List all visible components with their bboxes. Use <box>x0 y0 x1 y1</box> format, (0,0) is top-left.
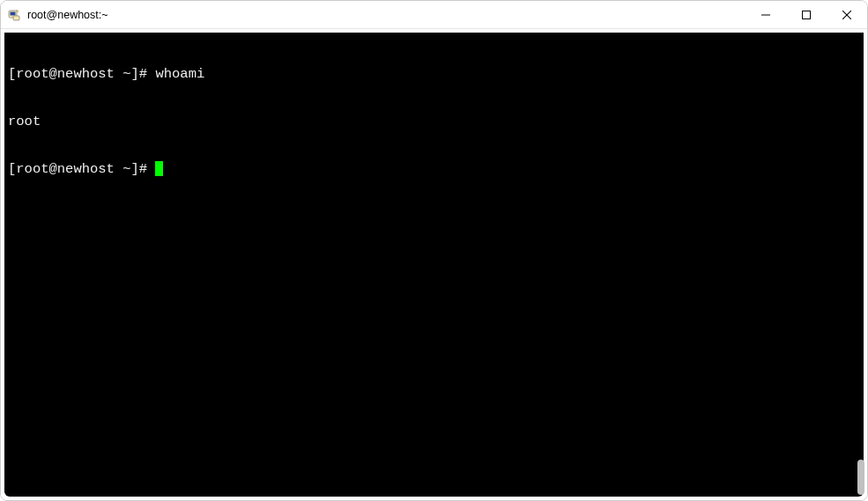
shell-prompt: [root@newhost ~]# <box>8 66 155 82</box>
application-window: root@newhost:~ [root@newhost ~]# whoami … <box>0 0 868 501</box>
shell-prompt: [root@newhost ~]# <box>8 161 155 177</box>
svg-rect-1 <box>11 11 16 15</box>
maximize-button[interactable] <box>786 1 827 28</box>
scrollbar[interactable] <box>857 34 864 495</box>
shell-command: whoami <box>155 66 204 82</box>
titlebar[interactable]: root@newhost:~ <box>1 1 867 29</box>
terminal-line: root <box>8 114 860 129</box>
shell-output: root <box>8 114 41 129</box>
terminal-line: [root@newhost ~]# <box>8 161 860 177</box>
scrollbar-thumb[interactable] <box>857 460 864 495</box>
svg-rect-4 <box>803 11 811 18</box>
svg-rect-2 <box>13 16 19 20</box>
window-title: root@newhost:~ <box>27 9 108 21</box>
terminal[interactable]: [root@newhost ~]# whoami root [root@newh… <box>4 33 864 497</box>
window-controls <box>746 1 867 28</box>
putty-icon <box>8 8 22 22</box>
minimize-button[interactable] <box>746 1 786 28</box>
cursor-block <box>155 161 163 176</box>
close-button[interactable] <box>827 1 867 28</box>
terminal-container: [root@newhost ~]# whoami root [root@newh… <box>1 29 867 500</box>
terminal-line: [root@newhost ~]# whoami <box>8 66 860 82</box>
